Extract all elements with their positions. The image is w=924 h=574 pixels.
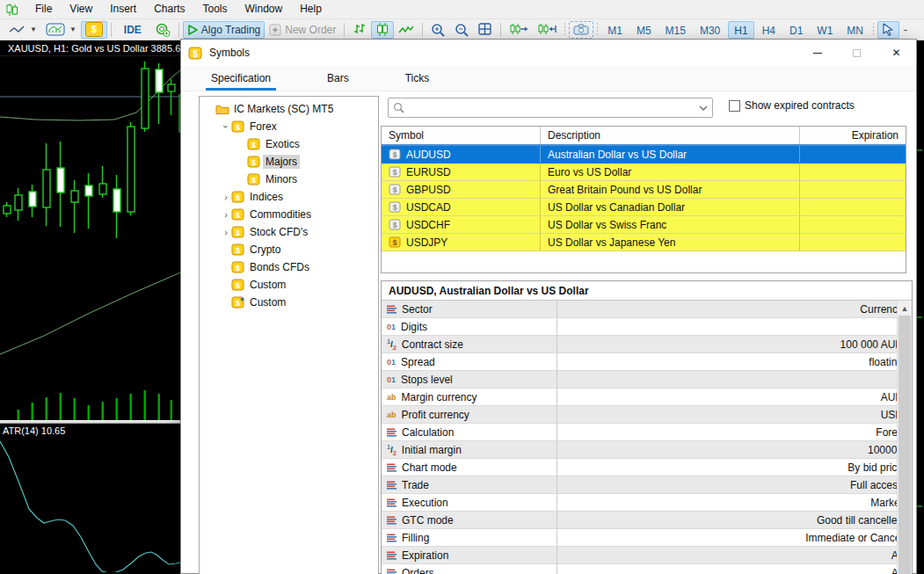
symbol-cell: $AUDUSD [382,146,541,163]
scrollbar[interactable]: ▲ [897,301,912,574]
menu-item-view[interactable]: View [61,3,101,15]
expiration-cell [800,181,906,198]
spec-row-contract-size: 1/2Contract size100 000 AUD [382,336,912,353]
symbol-row-usdchf[interactable]: $USDCHFUS Dollar vs Swiss Franc [382,216,906,234]
checkbox-box[interactable] [729,100,740,112]
line-style-button[interactable]: ▼ [4,21,41,39]
chart-title-text: XAUUSD, H1: Gold vs US Dollar 3885.68 [8,43,185,54]
timeframe-h1[interactable]: H1 [728,21,753,39]
timeframe-m1[interactable]: M1 [601,21,629,39]
tab-specification[interactable]: Specification [200,67,281,91]
menu-item-window[interactable]: Window [236,3,292,15]
tree-item-minors[interactable]: $Minors [200,171,378,188]
menu-items: FileViewInsertChartsToolsWindowHelp [26,0,331,18]
tree-item-exotics[interactable]: $Exotics [200,135,378,153]
timeframe-h4[interactable]: H4 [756,21,782,39]
tree-item-ic-markets-sc-mt5[interactable]: IC Markets (SC) MT5 [200,100,378,118]
menu-item-insert[interactable]: Insert [101,3,145,15]
scroll-thumb[interactable] [899,316,911,574]
spec-value: Currency [557,301,912,318]
tree-item-crypto[interactable]: $Crypto [200,241,378,258]
tree-item-commodities[interactable]: ›$Commodities [200,206,378,223]
auto-scroll-button[interactable] [505,21,533,39]
spec-row-sector: SectorCurrency [382,301,912,318]
algo-trading-button[interactable]: Algo Trading [183,21,265,39]
svg-text:$: $ [236,210,241,220]
timeframe-m30[interactable]: M30 [694,21,726,39]
menu-item-tools[interactable]: Tools [194,3,236,15]
svg-text:$: $ [236,280,241,290]
tab-ticks[interactable]: Ticks [395,67,440,91]
scroll-up-arrow[interactable]: ▲ [898,301,912,316]
tree-item-custom[interactable]: $Custom [200,294,378,311]
spec-type-enum-icon [387,516,397,525]
tree-item-custom[interactable]: $Custom [200,276,378,294]
crosshair-button-partial[interactable]: — [899,21,908,39]
zoom-out-button[interactable] [450,21,474,39]
dollar-symbol-icon: $ [231,261,245,273]
price-chart [0,56,185,420]
screenshot-button[interactable] [569,21,593,39]
new-order-button[interactable]: New Order [265,21,340,39]
candle-chart-button[interactable] [371,21,394,39]
symbol-row-eurusd[interactable]: $EURUSDEuro vs US Dollar [382,163,906,181]
timeframe-m15[interactable]: M15 [659,21,692,39]
zoom-out-icon [455,23,469,37]
community-button[interactable] [150,21,175,39]
timeframe-mn[interactable]: MN [840,21,869,39]
bar-chart-button[interactable] [348,21,371,39]
close-button[interactable]: ✕ [877,40,916,66]
menu-item-file[interactable]: File [26,3,61,15]
symbols-button[interactable]: $ [81,21,107,39]
chart-shift-button[interactable] [533,21,561,39]
symbol-row-usdcad[interactable]: $USDCADUS Dollar vs Canadian Dollar [382,199,906,216]
column-header-expiration[interactable]: Expiration [800,127,906,144]
spec-label: Chart mode [402,461,457,474]
tree-item-indices[interactable]: ›$Indices [200,188,378,206]
tile-windows-button[interactable] [474,21,497,39]
column-header-symbol[interactable]: Symbol [382,127,541,144]
timeframe-w1[interactable]: W1 [811,21,839,39]
spec-type-enum-icon [387,498,397,507]
show-expired-checkbox[interactable]: Show expired contracts [729,99,855,112]
tree-expand-icon[interactable]: › [221,227,231,237]
candle-chart-icon [375,23,389,36]
spec-label-cell: 01Spread [382,353,557,371]
zoom-in-button[interactable] [426,21,450,39]
timeframe-m5[interactable]: M5 [630,21,658,39]
symbols-table-header[interactable]: SymbolDescriptionExpiration [382,127,906,146]
symbol-row-gbpusd[interactable]: $GBPUSDGreat Britain Pound vs US Dollar [382,181,906,199]
dollar-symbol-icon: $ [231,279,245,291]
spec-value: 100000 [557,441,912,459]
search-input[interactable] [408,102,695,114]
tree-item-majors[interactable]: $Majors [200,153,378,171]
timeframe-d1[interactable]: D1 [783,21,809,39]
tree-expand-icon[interactable]: › [221,192,231,202]
menu-bar: FileViewInsertChartsToolsWindowHelp [0,0,924,19]
maximize-button[interactable] [837,40,877,66]
folder-icon [215,104,229,115]
cursor-button[interactable] [877,21,899,39]
dialog-title-bar[interactable]: $ Symbols ✕ [181,40,916,66]
search-box[interactable] [388,98,713,118]
spec-label-cell: Chart mode [382,459,557,476]
spec-label-cell: Sector [382,301,557,318]
tree-expand-icon[interactable]: › [221,209,231,220]
column-header-description[interactable]: Description [541,127,800,144]
minimize-button[interactable] [797,40,837,66]
tab-bars[interactable]: Bars [316,67,360,91]
menu-item-charts[interactable]: Charts [145,3,193,15]
tree-item-stock-cfd-s[interactable]: ›$Stock CFD's [200,223,378,241]
spec-label: Contract size [402,338,463,351]
tree-item-forex[interactable]: ›$Forex [200,118,378,135]
spec-label: Orders [402,567,434,574]
menu-item-help[interactable]: Help [291,3,331,15]
ide-button[interactable]: IDE [115,21,150,39]
indicators-button[interactable]: ▼ [41,21,81,39]
symbol-row-usdjpy[interactable]: $USDJPYUS Dollar vs Japanese Yen [382,234,906,251]
tree-expand-icon[interactable]: › [221,121,231,132]
dollar-symbol-icon: $ [231,191,245,203]
line-chart-button[interactable] [394,21,418,39]
tree-item-bonds-cfds[interactable]: $Bonds CFDs [200,258,378,276]
symbol-row-audusd[interactable]: $AUDUSDAustralian Dollar vs US Dollar [382,146,906,163]
